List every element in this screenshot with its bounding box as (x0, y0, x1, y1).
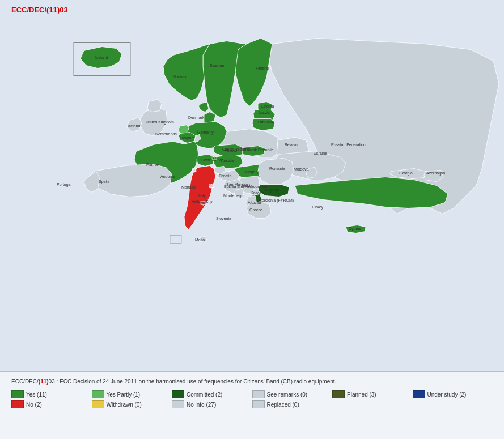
svg-text:Turkey: Turkey (311, 205, 324, 210)
svg-text:Iceland: Iceland (95, 56, 108, 59)
legend-color-planned (332, 390, 345, 398)
svg-text:Estonia: Estonia (261, 104, 274, 108)
svg-text:San Marino: San Marino (226, 182, 247, 186)
svg-text:Moldova: Moldova (294, 167, 309, 171)
legend-color-no-info (172, 400, 184, 408)
legend-color-no (11, 400, 24, 408)
legend-title-text: ECC/DEC/(11)03 : ECC Decision of 24 June… (11, 378, 336, 385)
svg-text:Denmark: Denmark (188, 116, 205, 120)
svg-text:Cyprus: Cyprus (349, 227, 362, 231)
legend-label-yes-partly: Yes Partly (1) (107, 391, 141, 398)
legend-label-replaced: Replaced (0) (267, 402, 299, 408)
svg-text:Hungary: Hungary (244, 170, 259, 174)
legend-label-planned: Planned (3) (347, 391, 376, 398)
legend-grid: Yes (11) Yes Partly (1) Committed (2) Se… (11, 390, 493, 408)
legend-item-yes-partly: Yes Partly (1) (92, 390, 172, 398)
legend-item-yes: Yes (11) (11, 390, 92, 398)
legend-item-committed: Committed (2) (172, 390, 252, 398)
svg-text:Ukraine: Ukraine (314, 151, 327, 155)
legend-label-no-info: No info (27) (187, 402, 216, 408)
europe-map: Iceland Sweden Finland Norway Denmark Es… (0, 0, 504, 371)
legend-item-no-info: No info (27) (172, 400, 252, 408)
legend-label-yes: Yes (11) (26, 391, 47, 398)
legend-color-under-study (413, 390, 425, 398)
svg-text:Georgia: Georgia (399, 171, 413, 176)
legend-label-see-remarks: See remarks (0) (267, 391, 308, 398)
svg-text:Spain: Spain (99, 180, 109, 184)
svg-text:Latvia: Latvia (259, 110, 270, 114)
svg-text:Italy: Italy (198, 194, 206, 198)
svg-text:Netherlands: Netherlands (155, 132, 177, 136)
svg-text:Ireland: Ireland (128, 124, 141, 128)
main-container: ECC/DEC/(11)03 (0, 0, 504, 439)
svg-text:Romania: Romania (269, 167, 285, 171)
svg-text:France: France (146, 163, 159, 167)
svg-text:Germany: Germany (197, 130, 214, 135)
svg-text:Monaco: Monaco (181, 185, 196, 189)
legend-item-planned: Planned (3) (332, 390, 413, 398)
svg-text:Greece: Greece (249, 208, 262, 212)
svg-text:Slovak Republic: Slovak Republic (245, 148, 274, 152)
legend-color-committed (172, 390, 184, 398)
svg-text:Russian Federation: Russian Federation (331, 143, 366, 147)
svg-text:United Kingdom: United Kingdom (146, 120, 174, 125)
legend-color-withdrawn (92, 400, 104, 408)
svg-text:Norway: Norway (173, 75, 187, 79)
legend-color-see-remarks (252, 390, 265, 398)
legend-color-yes-partly (92, 390, 104, 398)
legend-item-see-remarks: See remarks (0) (252, 390, 333, 398)
map-area: ECC/DEC/(11)03 (0, 0, 504, 371)
legend-color-replaced (252, 400, 265, 408)
svg-text:Belarus: Belarus (285, 143, 298, 147)
svg-text:Portugal: Portugal (57, 182, 72, 187)
svg-text:Finland: Finland (256, 66, 269, 70)
svg-text:Azerbaijan: Azerbaijan (426, 171, 445, 176)
svg-text:Bulgaria: Bulgaria (264, 188, 278, 193)
svg-text:Switzerland: Switzerland (201, 158, 222, 162)
svg-text:Lithuania: Lithuania (258, 120, 274, 124)
legend-label-withdrawn: Withdrawn (0) (107, 402, 142, 408)
svg-text:Poland: Poland (225, 148, 237, 152)
svg-text:Belgium: Belgium (180, 136, 194, 140)
page-title: ECC/DEC/(11)03 (11, 6, 68, 14)
svg-text:Montenegro: Montenegro (223, 194, 244, 198)
legend-bar: ECC/DEC/(11)03 : ECC Decision of 24 June… (0, 371, 504, 439)
legend-color-yes (11, 390, 24, 398)
svg-text:Slovenia: Slovenia (216, 216, 231, 220)
legend-item-no: No (2) (11, 400, 92, 408)
legend-item-under-study: Under study (2) (413, 390, 493, 398)
svg-text:Albania: Albania (248, 201, 261, 204)
legend-item-withdrawn: Withdrawn (0) (92, 400, 172, 408)
legend-label-no: No (2) (26, 402, 42, 408)
svg-text:Andorra: Andorra (160, 174, 175, 178)
svg-text:Sweden: Sweden (210, 63, 224, 67)
legend-description: ECC/DEC/(11)03 : ECC Decision of 24 June… (11, 378, 493, 386)
svg-text:Macedonia (FYROM): Macedonia (FYROM) (256, 198, 294, 203)
svg-text:Kosovo: Kosovo (251, 191, 264, 195)
legend-label-committed: Committed (2) (187, 391, 222, 398)
legend-item-replaced: Replaced (0) (252, 400, 333, 408)
legend-label-under-study: Under study (2) (427, 391, 467, 398)
svg-text:Austria: Austria (221, 159, 234, 163)
svg-text:Croatia: Croatia (219, 174, 232, 178)
